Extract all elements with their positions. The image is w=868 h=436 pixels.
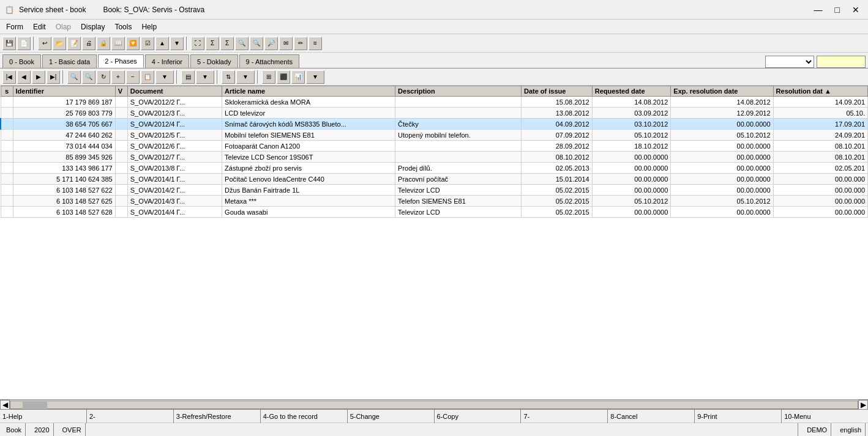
tab-2-phases[interactable]: 2 - Phases xyxy=(98,54,144,68)
table-cell: 00.00.000 xyxy=(773,174,867,185)
scroll-thumb[interactable] xyxy=(23,402,47,409)
nav-prev[interactable]: ◀ xyxy=(17,70,31,84)
scroll-track[interactable] xyxy=(10,401,858,409)
nav-refresh[interactable]: ↻ xyxy=(97,70,110,84)
table-header-row: s Identifier V Document Article name Des… xyxy=(1,86,868,97)
tb-filter[interactable]: 🔽 xyxy=(126,37,140,50)
table-cell xyxy=(1,163,13,174)
tab-1-basic-data[interactable]: 1 - Basic data xyxy=(42,54,97,68)
menu-olap[interactable]: Olap xyxy=(52,21,75,32)
nav-chart-dd[interactable]: ▼ xyxy=(306,70,324,84)
tb-print[interactable]: 🖨 xyxy=(82,37,95,50)
data-table-container[interactable]: s Identifier V Document Article name Des… xyxy=(0,86,868,399)
tb-book[interactable]: 📖 xyxy=(111,37,125,50)
fn4[interactable]: 4-Go to the record xyxy=(261,410,348,423)
tb-open[interactable]: 📂 xyxy=(53,37,66,50)
table-cell: 5 171 140 624 385 xyxy=(13,174,115,185)
tb-mail[interactable]: ✉ xyxy=(279,37,293,50)
nav-chart[interactable]: 📊 xyxy=(291,70,305,84)
tb-new[interactable]: 📝 xyxy=(67,37,81,50)
nav-search[interactable]: 🔍 xyxy=(67,70,81,84)
tab-0-book[interactable]: 0 - Book xyxy=(2,54,41,68)
table-cell: 17 179 869 187 xyxy=(13,97,115,108)
tb-search2[interactable]: 🔍 xyxy=(250,37,263,50)
tb-arrow-dn[interactable]: ▼ xyxy=(170,37,184,50)
table-row[interactable]: 17 179 869 187S_OVA/2012/2 Г...Sklokeram… xyxy=(1,97,868,108)
tb-sigma[interactable]: Σ xyxy=(206,37,219,50)
table-cell: S_OVA/2012/2 Г... xyxy=(127,97,222,108)
fn8[interactable]: 8-Cancel xyxy=(608,410,695,423)
tb-arrow-up[interactable]: ▲ xyxy=(155,37,169,50)
tab-5-doklady[interactable]: 5 - Doklady xyxy=(190,54,238,68)
minimize-button[interactable]: — xyxy=(810,4,826,16)
table-cell: S_OVA/2012/6 Г... xyxy=(127,141,222,152)
table-row[interactable]: 85 899 345 926S_OVA/2012/7 Г...Televize … xyxy=(1,152,868,163)
fn5[interactable]: 5-Change xyxy=(348,410,435,423)
tb-list[interactable]: ≡ xyxy=(309,37,322,50)
close-button[interactable]: ✕ xyxy=(848,4,863,16)
scroll-right-btn[interactable]: ▶ xyxy=(858,400,868,410)
nav-layout-dd[interactable]: ▼ xyxy=(196,70,214,84)
nav-add[interactable]: + xyxy=(111,70,125,84)
nav-layout[interactable]: ▤ xyxy=(181,70,195,84)
table-cell: Zástupné zboží pro servis xyxy=(222,163,395,174)
fn1[interactable]: 1-Help xyxy=(0,410,87,423)
menu-form[interactable]: Form xyxy=(2,21,27,32)
title-bar-controls[interactable]: — □ ✕ xyxy=(810,4,863,16)
nav-export[interactable]: ⬛ xyxy=(277,70,290,84)
tb-save[interactable]: 💾 xyxy=(2,37,16,50)
table-row[interactable]: 25 769 803 779S_OVA/2012/3 Г...LCD telev… xyxy=(1,108,868,119)
table-row[interactable]: 38 654 705 667S_OVA/2012/4 Г...Snímač čá… xyxy=(1,119,868,130)
table-cell: 6 103 148 527 625 xyxy=(13,196,115,207)
tab-9-attachments[interactable]: 9 - Attachments xyxy=(239,54,299,68)
tb-undo[interactable]: ↩ xyxy=(38,37,51,50)
menu-display[interactable]: Display xyxy=(77,21,108,32)
table-row[interactable]: 73 014 444 034S_OVA/2012/6 Г...Fotoapará… xyxy=(1,141,868,152)
table-cell: 02.05.2013 xyxy=(521,163,592,174)
table-row[interactable]: 6 103 148 527 622S_OVA/2014/2 Г...Džus B… xyxy=(1,185,868,196)
table-row[interactable]: 133 143 986 177S_OVA/2013/8 Г...Zástupné… xyxy=(1,163,868,174)
menu-help[interactable]: Help xyxy=(138,21,160,32)
table-row[interactable]: 6 103 148 527 628S_OVA/2014/4 Г...Gouda … xyxy=(1,207,868,218)
table-cell xyxy=(1,207,13,218)
menu-edit[interactable]: Edit xyxy=(29,21,50,32)
maximize-button[interactable]: □ xyxy=(831,4,844,16)
nav-search2[interactable]: 🔍 xyxy=(82,70,95,84)
tab-combo-select[interactable] xyxy=(765,56,814,68)
tb-btn2[interactable]: 📄 xyxy=(17,37,31,50)
tab-4-inferior[interactable]: 4 - Inferior xyxy=(145,54,189,68)
table-cell xyxy=(1,174,13,185)
fn9[interactable]: 9-Print xyxy=(695,410,782,423)
tb-edit2[interactable]: ✏ xyxy=(294,37,307,50)
table-cell: 04.09.2012 xyxy=(521,119,592,130)
fn2[interactable]: 2- xyxy=(87,410,174,423)
tb-cursor[interactable]: ⛶ xyxy=(191,37,204,50)
tb-search[interactable]: 🔍 xyxy=(235,37,249,50)
table-cell: 08.10.201 xyxy=(773,141,867,152)
col-header-exp-date: Exp. resolution date xyxy=(671,86,773,97)
nav-next[interactable]: ▶ xyxy=(32,70,45,84)
nav-last[interactable]: ▶| xyxy=(47,70,60,84)
menu-tools[interactable]: Tools xyxy=(111,21,135,32)
table-row[interactable]: 5 171 140 624 385S_OVA/2014/1 Г...Počíta… xyxy=(1,174,868,185)
table-row[interactable]: 47 244 640 262S_OVA/2012/5 Г...Mobilní t… xyxy=(1,130,868,141)
table-row[interactable]: 6 103 148 527 625S_OVA/2014/3 Г...Metaxa… xyxy=(1,196,868,207)
tb-binoculars[interactable]: 🔎 xyxy=(264,37,278,50)
table-cell xyxy=(1,108,13,119)
fn3[interactable]: 3-Refresh/Restore xyxy=(174,410,261,423)
nav-sort[interactable]: ⇅ xyxy=(222,70,235,84)
tb-check[interactable]: ☑ xyxy=(141,37,154,50)
nav-delete[interactable]: − xyxy=(126,70,140,84)
scroll-left-btn[interactable]: ◀ xyxy=(0,400,10,410)
fn10[interactable]: 10-Menu xyxy=(782,410,868,423)
nav-sort-dd[interactable]: ▼ xyxy=(236,70,255,84)
nav-btn6[interactable]: 📋 xyxy=(141,70,154,84)
fn6[interactable]: 6-Copy xyxy=(435,410,522,423)
nav-filter-dd[interactable]: ▼ xyxy=(155,70,174,84)
fn7[interactable]: 7- xyxy=(521,410,608,423)
tb-lock[interactable]: 🔒 xyxy=(97,37,110,50)
tb-sigma2[interactable]: Σ xyxy=(220,37,234,50)
horizontal-scrollbar[interactable]: ◀ ▶ xyxy=(0,399,868,409)
nav-group[interactable]: ⊞ xyxy=(262,70,275,84)
nav-first[interactable]: |◀ xyxy=(2,70,16,84)
